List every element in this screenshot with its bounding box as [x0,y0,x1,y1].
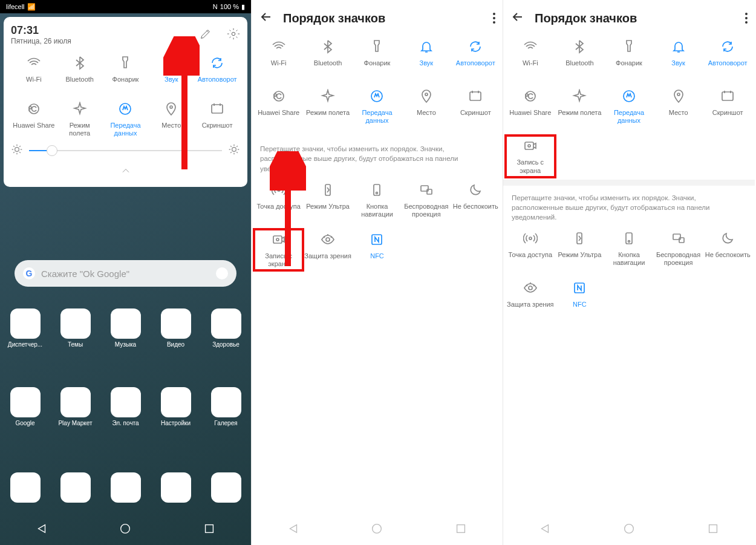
toggle-torch[interactable]: Фонарик [103,53,149,94]
app-chrome[interactable] [159,472,193,503]
app-label: Музыка [105,341,147,348]
app-icon [211,387,241,417]
toggle-wifi[interactable]: Wi-Fi [11,53,57,94]
back-button[interactable] [259,10,273,27]
toggle-navdot[interactable]: Кнопканавигации [353,180,402,221]
toggle-share[interactable]: Huawei Share [254,86,303,127]
toggle-label: Защита зрения [507,301,554,316]
toggle-grid-row3: Точка доступаРежим УльтраКнопканавигации… [503,228,755,269]
app-диспетчер-[interactable]: Диспетчер... [8,308,42,348]
app-музыка[interactable]: Музыка [109,308,143,348]
toggle-torch[interactable]: Фонарик [353,36,402,77]
app-здоровье[interactable]: Здоровье [209,308,243,348]
toggle-data[interactable]: Передачаданных [353,86,402,127]
plane-icon [72,101,88,117]
nav-home[interactable] [119,522,132,538]
settings-icon[interactable] [227,27,240,43]
nav-back[interactable] [538,522,552,538]
toggle-label: Кнопканавигации [613,251,645,267]
toggle-rec[interactable]: Запись сэкрана [506,135,555,177]
toggle-pin[interactable]: Место [654,86,703,127]
toggle-data[interactable]: Передачаданных [604,86,654,127]
toggle-cast[interactable]: Беспроводнаяпроекция [402,180,451,221]
toggle-torch[interactable]: Фонарик [604,36,654,77]
wifi-icon [26,55,42,71]
clock-time: 07:31 [11,24,71,37]
nav-back[interactable] [287,522,300,538]
toggle-label: NFC [573,301,587,316]
toggle-navdot[interactable]: Кнопканавигации [604,228,654,269]
app-темы[interactable]: Темы [59,308,93,348]
toggle-cast[interactable]: Беспроводнаяпроекция [654,228,703,269]
app-contacts[interactable] [59,472,93,503]
menu-dots[interactable] [493,13,495,24]
app-icon [60,387,91,417]
toggle-plane[interactable]: Режим полета [555,86,605,127]
toggle-eye[interactable]: Защита зрения [506,278,555,319]
app-google[interactable]: Google [8,387,42,426]
toggle-share[interactable]: Huawei Share [11,99,57,140]
torch-icon [621,39,637,54]
nav-recent[interactable] [203,522,216,538]
toggle-dnd[interactable]: Не беспокоить [703,228,752,269]
toggle-shot[interactable]: Скриншот [703,86,752,127]
ultra-icon [572,230,587,246]
toggle-plane[interactable]: Режимполета [57,99,103,140]
toggle-wifi[interactable]: Wi-Fi [254,36,303,77]
phone-2: Порядок значков Wi-FiBluetoothФонарикЗву… [252,0,503,545]
toggle-rotate[interactable]: Автоповорот [194,53,240,94]
toggle-pin[interactable]: Место [402,86,451,127]
toggle-rotate[interactable]: Автоповорот [451,36,500,77]
toggle-bt[interactable]: Bluetooth [303,36,352,77]
toggle-shot[interactable]: Скриншот [451,86,500,127]
bell-icon [671,39,686,54]
toggle-bell[interactable]: Звук [654,36,703,77]
toggle-shot[interactable]: Скриншот [194,99,240,140]
nav-back[interactable] [35,522,48,538]
toggle-rotate[interactable]: Автоповорот [703,36,752,77]
toggle-label: Фонарик [112,76,139,91]
toggle-bt[interactable]: Bluetooth [555,36,605,77]
toggle-share[interactable]: Huawei Share [506,86,555,127]
toggle-label: Скриншот [202,122,233,137]
toggle-nfc[interactable]: NFC [353,229,402,270]
ultra-icon [320,182,336,198]
app-phone[interactable] [8,472,42,503]
app-настройки[interactable]: Настройки [159,387,193,426]
edit-icon[interactable] [199,27,212,43]
header-title: Порядок значков [283,11,483,25]
app-play-маркет[interactable]: Play Маркет [59,387,93,426]
app-messages[interactable] [109,472,143,503]
toggle-nfc[interactable]: NFC [555,278,605,319]
expand-chevron[interactable] [11,165,240,180]
toggle-data[interactable]: Передачаданных [103,99,149,140]
nav-home[interactable] [370,522,383,538]
back-button[interactable] [510,10,525,27]
toggle-ultra[interactable]: Режим Ультра [303,180,352,221]
toggle-dnd[interactable]: Не беспокоить [451,180,500,221]
data-icon [117,101,133,117]
bell-icon [419,39,434,54]
toggle-bt[interactable]: Bluetooth [57,53,103,94]
toggle-plane[interactable]: Режим полета [303,86,352,127]
data-icon [369,88,385,104]
nav-recent[interactable] [454,522,468,538]
toggle-ultra[interactable]: Режим Ультра [555,228,605,269]
toggle-hotspot[interactable]: Точка доступа [506,228,555,269]
app-icon [211,308,241,339]
google-search-bar[interactable]: G Скажите "Ok Google" [15,260,236,287]
app-галерея[interactable]: Галерея [209,387,243,426]
toggle-eye[interactable]: Защита зрения [303,229,352,270]
toggle-bell[interactable]: Звук [402,36,451,77]
nav-home[interactable] [622,522,636,538]
plane-icon [320,88,336,104]
mic-icon[interactable] [216,267,228,279]
app-эл-почта[interactable]: Эл. почта [109,387,143,426]
nav-recent[interactable] [706,522,720,538]
brightness-high-icon [228,143,240,158]
app-icon [161,308,191,339]
app-видео[interactable]: Видео [159,308,193,348]
menu-dots[interactable] [745,13,748,24]
toggle-wifi[interactable]: Wi-Fi [506,36,555,77]
app-camera[interactable] [209,472,243,503]
